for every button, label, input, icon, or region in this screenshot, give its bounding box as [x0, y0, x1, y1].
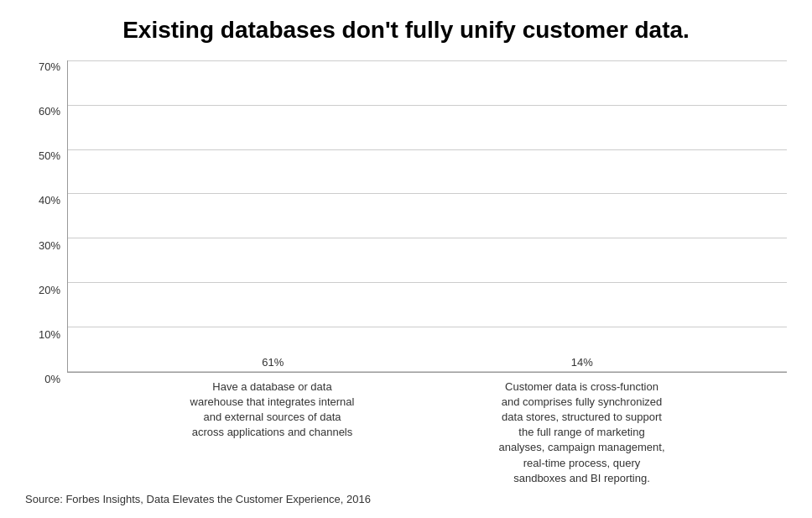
bar-label: Customer data is cross-function and comp… — [498, 379, 666, 486]
y-axis-label: 70% — [39, 60, 60, 73]
bar-group: 14% — [532, 356, 632, 372]
chart-title: Existing databases don't fully unify cus… — [122, 17, 690, 44]
y-axis-label: 0% — [44, 373, 60, 385]
y-axis-label: 20% — [39, 284, 60, 296]
bars-container: 61%14% — [68, 60, 787, 372]
y-axis-label: 10% — [39, 328, 60, 341]
y-axis-label: 40% — [39, 194, 60, 207]
bar-group: 61% — [222, 356, 323, 372]
bar-label: Have a database or data warehouse that i… — [189, 379, 357, 486]
y-axis-label: 30% — [39, 239, 60, 252]
y-axis: 70%60%50%40%30%20%10%0% — [25, 60, 67, 486]
y-axis-label: 50% — [39, 149, 60, 162]
bars-and-grid: 61%14% — [67, 60, 787, 373]
bar-value-label: 61% — [262, 356, 284, 369]
y-axis-label: 60% — [39, 105, 60, 118]
chart-body: 61%14% Have a database or data warehouse… — [67, 60, 787, 486]
source-text: Source: Forbes Insights, Data Elevates t… — [25, 493, 371, 505]
bar-value-label: 14% — [571, 356, 593, 369]
labels-row: Have a database or data warehouse that i… — [67, 373, 787, 486]
chart-area: 70%60%50%40%30%20%10%0% 61%14% Have a da… — [25, 60, 787, 486]
